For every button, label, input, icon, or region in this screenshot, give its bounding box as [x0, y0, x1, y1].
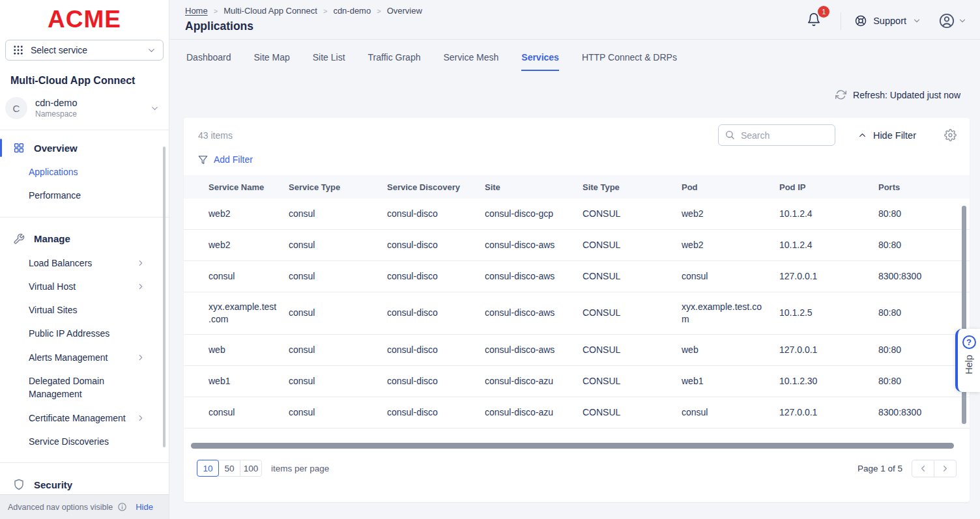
chevron-right-icon: [136, 414, 145, 423]
nav-item-label: Virtual Sites: [29, 303, 77, 316]
table-cell: 10.1.2.4: [779, 231, 878, 260]
help-question-icon: ?: [962, 335, 976, 349]
chevron-down-icon: [147, 46, 156, 55]
advanced-nav-label: Advanced nav options visible: [8, 503, 113, 512]
nav-item-label: Certificate Management: [29, 412, 126, 425]
hide-advanced-nav-link[interactable]: Hide: [136, 502, 153, 512]
apps-grid-dots-icon: [12, 44, 24, 56]
search-input[interactable]: [718, 124, 835, 146]
grid-icon: [13, 142, 25, 154]
namespace-selector[interactable]: C cdn-demo Namespace: [0, 89, 169, 130]
support-menu[interactable]: Support: [854, 14, 921, 27]
sidebar-item-alerts-management[interactable]: Alerts Management: [0, 346, 169, 369]
nav-item-label: Applications: [29, 165, 78, 178]
table-cell: consul-disco: [387, 262, 485, 291]
chevron-down-icon: [912, 16, 921, 25]
add-filter-button[interactable]: Add Filter: [198, 154, 253, 165]
table-cell: consul: [289, 367, 387, 396]
sidebar-section-manage: ManageLoad BalancersVirtual HostVirtual …: [0, 227, 169, 454]
sidebar-item-certificate-management[interactable]: Certificate Management: [0, 406, 169, 430]
table-row[interactable]: consulconsulconsul-discoconsul-disco-aws…: [184, 261, 970, 292]
filter-funnel-icon: [198, 155, 208, 165]
prev-page-button[interactable]: [912, 460, 934, 477]
breadcrumb-item-multi-cloud-app-connect[interactable]: Multi-Cloud App Connect: [223, 6, 317, 16]
acme-logo: ACME: [0, 0, 169, 37]
tab-site-list[interactable]: Site List: [313, 52, 345, 71]
search-icon: [725, 130, 735, 140]
table-row[interactable]: webconsulconsul-discoconsul-disco-awsCON…: [184, 335, 970, 366]
column-header-service-type: Service Type: [289, 182, 387, 192]
service-selector-label: Select service: [31, 45, 140, 55]
table-cell: 8300:8300: [878, 398, 960, 427]
breadcrumb-item-overview: Overview: [387, 6, 422, 16]
sidebar: ACME Select service Multi-Cloud App Conn…: [0, 0, 169, 519]
table-row[interactable]: consulconsulconsul-discoconsul-disco-azu…: [184, 397, 970, 428]
nav-divider: [0, 462, 169, 463]
page-size-10[interactable]: 10: [197, 460, 219, 477]
nav-item-label: Virtual Host: [29, 280, 76, 293]
main-content: Home>Multi-Cloud App Connect>cdn-demo>Ov…: [169, 0, 980, 519]
table-row[interactable]: xyx.example.test.comconsulconsul-discoco…: [184, 292, 970, 335]
table-cell: consul: [289, 298, 387, 328]
sidebar-item-virtual-host[interactable]: Virtual Host: [0, 275, 169, 298]
nav-item-label: Alerts Management: [29, 351, 108, 364]
sidebar-item-virtual-sites[interactable]: Virtual Sites: [0, 298, 169, 322]
help-tab[interactable]: ? Help: [955, 329, 980, 392]
sidebar-item-public-ip-addresses[interactable]: Public IP Addresses: [0, 322, 169, 345]
sidebar-section-overview: OverviewApplicationsPerformance: [0, 135, 169, 208]
user-avatar-icon: [938, 12, 955, 29]
table-cell: 127.0.0.1: [779, 262, 878, 291]
sidebar-item-service-discoveries[interactable]: Service Discoveries: [0, 430, 169, 453]
help-label: Help: [964, 355, 974, 374]
refresh-button[interactable]: Refresh: Updated just now: [835, 89, 960, 100]
tab-site-map[interactable]: Site Map: [254, 52, 290, 71]
tab-traffic-graph[interactable]: Traffic Graph: [368, 52, 421, 71]
tab-services[interactable]: Services: [521, 52, 559, 71]
notifications-button[interactable]: 1: [803, 11, 825, 31]
table-cell: consul-disco-gcp: [485, 199, 583, 229]
column-header-pod: Pod: [682, 182, 779, 192]
hide-filter-toggle[interactable]: Hide Filter: [857, 130, 916, 141]
chevron-down-icon: [958, 16, 967, 25]
namespace-kind-label: Namespace: [35, 109, 142, 119]
tab-service-mesh[interactable]: Service Mesh: [443, 52, 498, 71]
table-cell: web2: [209, 231, 289, 260]
chevron-down-icon: [150, 104, 160, 113]
page-size-50[interactable]: 50: [218, 460, 240, 477]
sidebar-scrollbar[interactable]: [163, 147, 166, 447]
table-cell: consul: [209, 398, 289, 427]
support-label: Support: [873, 16, 906, 26]
sidebar-section-header-manage[interactable]: Manage: [0, 227, 169, 251]
tab-http-connect-drps[interactable]: HTTP Connect & DRPs: [582, 52, 677, 71]
section-label: Overview: [34, 143, 78, 154]
sidebar-item-applications[interactable]: Applications: [0, 160, 169, 184]
horizontal-scrollbar[interactable]: [191, 443, 954, 449]
breadcrumb-item-cdn-demo[interactable]: cdn-demo: [333, 6, 371, 16]
tab-dashboard[interactable]: Dashboard: [186, 52, 231, 71]
page-size-100[interactable]: 100: [240, 460, 262, 477]
table-row[interactable]: web2consulconsul-discoconsul-disco-awsCO…: [184, 230, 970, 261]
table-cell: CONSUL: [583, 298, 682, 328]
breadcrumb-item-home[interactable]: Home: [185, 6, 208, 16]
sidebar-section-header-security[interactable]: Security: [0, 472, 169, 494]
sidebar-item-load-balancers[interactable]: Load Balancers: [0, 251, 169, 275]
table-settings-button[interactable]: [944, 129, 957, 141]
table-cell: 80:80: [878, 231, 960, 260]
page-size-group: 1050100: [197, 460, 262, 477]
service-selector[interactable]: Select service: [5, 40, 164, 61]
table-row[interactable]: web2consulconsul-discoconsul-disco-gcpCO…: [184, 199, 970, 230]
column-header-ports: Ports: [878, 182, 960, 192]
table-cell: web2: [682, 231, 779, 260]
sidebar-section-header-overview[interactable]: Overview: [0, 135, 169, 160]
wrench-icon: [13, 233, 25, 245]
table-cell: consul: [209, 262, 289, 291]
info-icon[interactable]: [117, 502, 127, 512]
table-row[interactable]: web1consulconsul-discoconsul-disco-azuCO…: [184, 366, 970, 397]
sidebar-item-performance[interactable]: Performance: [0, 184, 169, 207]
add-filter-label: Add Filter: [214, 154, 253, 165]
next-page-button[interactable]: [934, 460, 957, 477]
account-menu[interactable]: [938, 12, 970, 29]
nav-item-label: Load Balancers: [29, 257, 92, 270]
sidebar-item-delegated-domain-management[interactable]: Delegated Domain Management: [0, 369, 169, 406]
nav-items: ApplicationsPerformance: [0, 160, 169, 208]
